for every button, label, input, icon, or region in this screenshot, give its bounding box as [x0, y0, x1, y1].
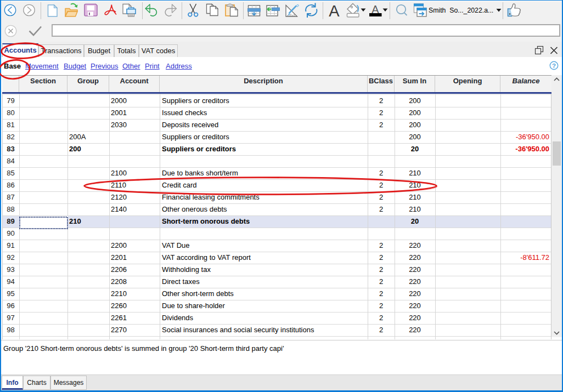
svg-text:?: ?: [552, 63, 556, 69]
svg-text:Smith So..._2022.a...: Smith So..._2022.a...: [429, 7, 493, 14]
svg-text:A: A: [329, 2, 340, 20]
